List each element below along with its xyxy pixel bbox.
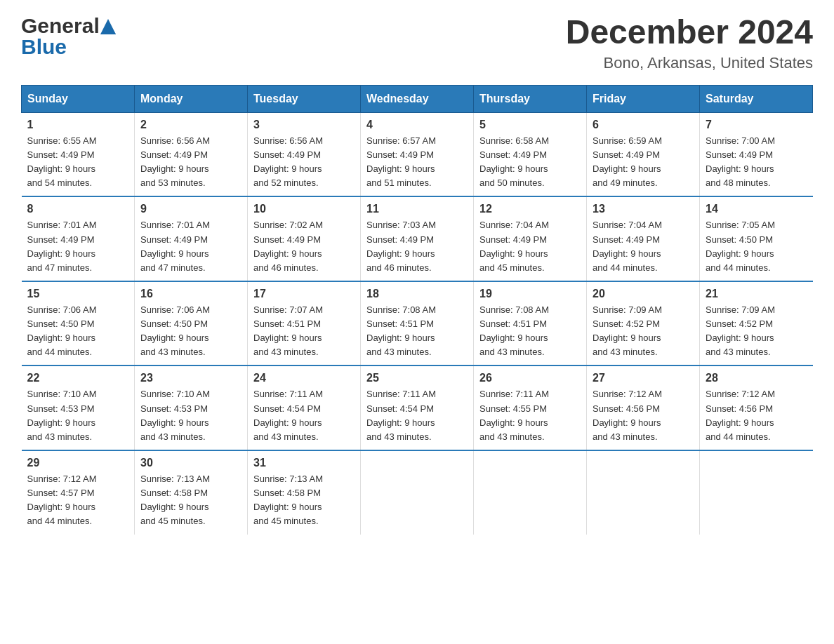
day-number: 2 xyxy=(140,119,241,131)
day-info: Sunrise: 7:12 AM Sunset: 4:56 PM Dayligh… xyxy=(706,387,807,444)
day-number: 30 xyxy=(140,457,241,469)
table-row: 26 Sunrise: 7:11 AM Sunset: 4:55 PM Dayl… xyxy=(474,365,587,450)
table-row: 4 Sunrise: 6:57 AM Sunset: 4:49 PM Dayli… xyxy=(361,112,474,196)
table-row: 23 Sunrise: 7:10 AM Sunset: 4:53 PM Dayl… xyxy=(135,365,248,450)
table-row: 3 Sunrise: 6:56 AM Sunset: 4:49 PM Dayli… xyxy=(248,112,361,196)
table-row: 11 Sunrise: 7:03 AM Sunset: 4:49 PM Dayl… xyxy=(361,196,474,281)
day-info: Sunrise: 7:01 AM Sunset: 4:49 PM Dayligh… xyxy=(27,218,129,275)
day-number: 5 xyxy=(479,119,581,131)
day-info: Sunrise: 7:11 AM Sunset: 4:55 PM Dayligh… xyxy=(479,387,581,444)
day-number: 10 xyxy=(253,203,355,215)
table-row xyxy=(474,450,587,535)
header-sunday: Sunday xyxy=(22,85,135,112)
header-saturday: Saturday xyxy=(700,85,813,112)
day-info: Sunrise: 7:05 AM Sunset: 4:50 PM Dayligh… xyxy=(706,218,807,275)
day-number: 17 xyxy=(253,288,355,300)
day-number: 22 xyxy=(27,372,129,384)
logo-general-text: General xyxy=(21,14,100,38)
table-row xyxy=(700,450,813,535)
calendar-header: Sunday Monday Tuesday Wednesday Thursday… xyxy=(22,85,813,112)
header-wednesday: Wednesday xyxy=(361,85,474,112)
logo: General Blue xyxy=(21,14,116,59)
day-number: 3 xyxy=(253,119,355,131)
day-info: Sunrise: 7:00 AM Sunset: 4:49 PM Dayligh… xyxy=(706,134,807,191)
table-row: 13 Sunrise: 7:04 AM Sunset: 4:49 PM Dayl… xyxy=(587,196,700,281)
day-info: Sunrise: 6:56 AM Sunset: 4:49 PM Dayligh… xyxy=(140,134,241,191)
table-row: 2 Sunrise: 6:56 AM Sunset: 4:49 PM Dayli… xyxy=(135,112,248,196)
day-number: 8 xyxy=(27,203,129,215)
table-row: 27 Sunrise: 7:12 AM Sunset: 4:56 PM Dayl… xyxy=(587,365,700,450)
table-row: 29 Sunrise: 7:12 AM Sunset: 4:57 PM Dayl… xyxy=(22,450,135,535)
table-row: 8 Sunrise: 7:01 AM Sunset: 4:49 PM Dayli… xyxy=(22,196,135,281)
table-row: 9 Sunrise: 7:01 AM Sunset: 4:49 PM Dayli… xyxy=(135,196,248,281)
day-number: 29 xyxy=(27,457,129,469)
day-info: Sunrise: 7:10 AM Sunset: 4:53 PM Dayligh… xyxy=(140,387,241,444)
title-block: December 2024 Bono, Arkansas, United Sta… xyxy=(566,14,813,72)
day-number: 16 xyxy=(140,288,241,300)
day-info: Sunrise: 7:06 AM Sunset: 4:50 PM Dayligh… xyxy=(140,303,241,360)
table-row: 24 Sunrise: 7:11 AM Sunset: 4:54 PM Dayl… xyxy=(248,365,361,450)
day-info: Sunrise: 7:04 AM Sunset: 4:49 PM Dayligh… xyxy=(479,218,581,275)
table-row: 21 Sunrise: 7:09 AM Sunset: 4:52 PM Dayl… xyxy=(700,281,813,366)
day-number: 7 xyxy=(706,119,807,131)
table-row: 10 Sunrise: 7:02 AM Sunset: 4:49 PM Dayl… xyxy=(248,196,361,281)
table-row: 18 Sunrise: 7:08 AM Sunset: 4:51 PM Dayl… xyxy=(361,281,474,366)
day-info: Sunrise: 7:13 AM Sunset: 4:58 PM Dayligh… xyxy=(253,472,355,529)
day-info: Sunrise: 7:02 AM Sunset: 4:49 PM Dayligh… xyxy=(253,218,355,275)
day-info: Sunrise: 7:08 AM Sunset: 4:51 PM Dayligh… xyxy=(479,303,581,360)
header-friday: Friday xyxy=(587,85,700,112)
day-number: 15 xyxy=(27,288,129,300)
table-row: 20 Sunrise: 7:09 AM Sunset: 4:52 PM Dayl… xyxy=(587,281,700,366)
day-number: 18 xyxy=(366,288,468,300)
day-info: Sunrise: 6:56 AM Sunset: 4:49 PM Dayligh… xyxy=(253,134,355,191)
day-number: 19 xyxy=(479,288,581,300)
day-info: Sunrise: 7:06 AM Sunset: 4:50 PM Dayligh… xyxy=(27,303,129,360)
table-row: 25 Sunrise: 7:11 AM Sunset: 4:54 PM Dayl… xyxy=(361,365,474,450)
day-number: 31 xyxy=(253,457,355,469)
day-number: 23 xyxy=(140,372,241,384)
table-row: 28 Sunrise: 7:12 AM Sunset: 4:56 PM Dayl… xyxy=(700,365,813,450)
day-info: Sunrise: 7:01 AM Sunset: 4:49 PM Dayligh… xyxy=(140,218,241,275)
day-info: Sunrise: 7:13 AM Sunset: 4:58 PM Dayligh… xyxy=(140,472,241,529)
day-number: 11 xyxy=(366,203,468,215)
table-row: 1 Sunrise: 6:55 AM Sunset: 4:49 PM Dayli… xyxy=(22,112,135,196)
day-info: Sunrise: 6:59 AM Sunset: 4:49 PM Dayligh… xyxy=(593,134,694,191)
page-title: December 2024 xyxy=(566,14,813,51)
day-info: Sunrise: 6:58 AM Sunset: 4:49 PM Dayligh… xyxy=(479,134,581,191)
table-row xyxy=(361,450,474,535)
day-number: 24 xyxy=(253,372,355,384)
logo-blue-text: Blue xyxy=(21,35,67,59)
day-info: Sunrise: 7:11 AM Sunset: 4:54 PM Dayligh… xyxy=(366,387,468,444)
table-row: 31 Sunrise: 7:13 AM Sunset: 4:58 PM Dayl… xyxy=(248,450,361,535)
day-number: 1 xyxy=(27,119,129,131)
calendar-table: Sunday Monday Tuesday Wednesday Thursday… xyxy=(21,85,813,535)
table-row: 12 Sunrise: 7:04 AM Sunset: 4:49 PM Dayl… xyxy=(474,196,587,281)
day-info: Sunrise: 7:03 AM Sunset: 4:49 PM Dayligh… xyxy=(366,218,468,275)
day-info: Sunrise: 7:12 AM Sunset: 4:56 PM Dayligh… xyxy=(593,387,694,444)
table-row xyxy=(587,450,700,535)
day-number: 12 xyxy=(479,203,581,215)
header-tuesday: Tuesday xyxy=(248,85,361,112)
day-info: Sunrise: 7:12 AM Sunset: 4:57 PM Dayligh… xyxy=(27,472,129,529)
day-number: 13 xyxy=(593,203,694,215)
table-row: 17 Sunrise: 7:07 AM Sunset: 4:51 PM Dayl… xyxy=(248,281,361,366)
table-row: 30 Sunrise: 7:13 AM Sunset: 4:58 PM Dayl… xyxy=(135,450,248,535)
table-row: 5 Sunrise: 6:58 AM Sunset: 4:49 PM Dayli… xyxy=(474,112,587,196)
day-number: 25 xyxy=(366,372,468,384)
day-number: 6 xyxy=(593,119,694,131)
day-info: Sunrise: 7:04 AM Sunset: 4:49 PM Dayligh… xyxy=(593,218,694,275)
day-info: Sunrise: 6:57 AM Sunset: 4:49 PM Dayligh… xyxy=(366,134,468,191)
day-number: 26 xyxy=(479,372,581,384)
page-header: General Blue December 2024 Bono, Arkansa… xyxy=(21,14,813,72)
day-info: Sunrise: 7:09 AM Sunset: 4:52 PM Dayligh… xyxy=(706,303,807,360)
table-row: 22 Sunrise: 7:10 AM Sunset: 4:53 PM Dayl… xyxy=(22,365,135,450)
table-row: 7 Sunrise: 7:00 AM Sunset: 4:49 PM Dayli… xyxy=(700,112,813,196)
header-thursday: Thursday xyxy=(474,85,587,112)
day-info: Sunrise: 7:07 AM Sunset: 4:51 PM Dayligh… xyxy=(253,303,355,360)
day-info: Sunrise: 6:55 AM Sunset: 4:49 PM Dayligh… xyxy=(27,134,129,191)
table-row: 16 Sunrise: 7:06 AM Sunset: 4:50 PM Dayl… xyxy=(135,281,248,366)
day-number: 21 xyxy=(706,288,807,300)
day-info: Sunrise: 7:11 AM Sunset: 4:54 PM Dayligh… xyxy=(253,387,355,444)
table-row: 6 Sunrise: 6:59 AM Sunset: 4:49 PM Dayli… xyxy=(587,112,700,196)
page-subtitle: Bono, Arkansas, United States xyxy=(566,54,813,72)
